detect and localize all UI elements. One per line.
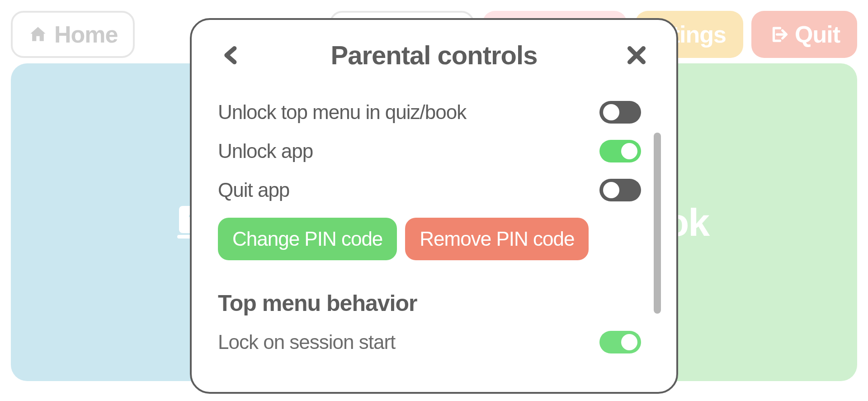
setting-label: Unlock app (218, 140, 313, 162)
setting-row-unlock-app: Unlock app (218, 132, 641, 171)
modal-scrollbar[interactable] (654, 133, 661, 314)
modal-header: Parental controls (192, 20, 676, 83)
pin-buttons-row: Change PIN code Remove PIN code (218, 210, 641, 278)
setting-label: Lock on session start (218, 331, 395, 353)
toggle-unlock-app[interactable] (599, 140, 641, 162)
change-pin-button[interactable]: Change PIN code (218, 218, 397, 260)
setting-row-unlock-top-menu: Unlock top menu in quiz/book (218, 93, 641, 132)
toggle-unlock-top-menu[interactable] (599, 101, 641, 124)
remove-pin-button[interactable]: Remove PIN code (405, 218, 589, 260)
toggle-quit-app[interactable] (599, 179, 641, 201)
modal-body: Unlock top menu in quiz/book Unlock app … (192, 83, 663, 392)
back-button[interactable] (218, 42, 245, 69)
section-header-top-menu-behavior: Top menu behavior (218, 278, 641, 323)
toggle-lock-on-session-start[interactable] (599, 331, 641, 353)
setting-row-quit-app: Quit app (218, 171, 641, 210)
modal-title: Parental controls (245, 40, 623, 70)
remove-pin-label: Remove PIN code (420, 228, 574, 250)
setting-row-lock-on-session-start: Lock on session start (218, 323, 641, 362)
parental-controls-modal: Parental controls Unlock top menu in qui… (190, 18, 678, 394)
close-button[interactable] (623, 42, 650, 69)
setting-label: Quit app (218, 179, 289, 201)
change-pin-label: Change PIN code (232, 228, 382, 250)
setting-label: Unlock top menu in quiz/book (218, 101, 466, 124)
